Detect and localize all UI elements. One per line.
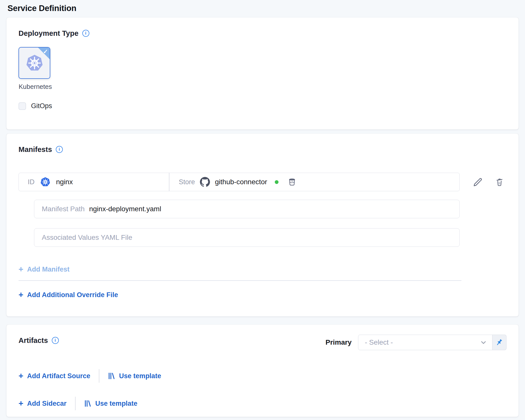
- delete-manifest-button[interactable]: [495, 177, 504, 187]
- pin-icon: [495, 338, 504, 347]
- add-override-file-button[interactable]: + Add Additional Override File: [19, 290, 118, 300]
- use-template-artifact-button[interactable]: Use template: [108, 371, 161, 381]
- divider: [99, 369, 99, 383]
- gitops-checkbox[interactable]: [19, 102, 26, 110]
- manifest-store-value: github-connector: [215, 178, 267, 186]
- primary-artifact-select[interactable]: - Select -: [358, 335, 492, 350]
- use-template-sidecar-button[interactable]: Use template: [84, 398, 137, 408]
- pencil-icon: [473, 177, 483, 187]
- add-artifact-source-label: Add Artifact Source: [27, 371, 90, 381]
- divider: [75, 397, 76, 410]
- manifest-store-label: Store: [179, 178, 195, 186]
- values-yaml-placeholder: Associated Values YAML File: [42, 234, 132, 242]
- manifest-path-field[interactable]: Manifest Path nginx-deployment.yaml: [34, 200, 460, 218]
- artifact-actions-row: + Add Artifact Source Use template: [19, 369, 506, 383]
- chevron-down-icon: [480, 339, 487, 346]
- page-title: Service Definition: [8, 3, 518, 14]
- add-override-file-label: Add Additional Override File: [27, 290, 118, 300]
- deployment-type-tile-kubernetes[interactable]: ✓: [19, 47, 50, 79]
- deployment-type-title: Deployment Type: [19, 29, 79, 38]
- primary-select-placeholder: - Select -: [365, 338, 393, 346]
- info-icon[interactable]: i: [52, 337, 59, 344]
- artifacts-title: Artifacts: [19, 336, 48, 345]
- github-icon: [200, 177, 210, 187]
- gitops-label: GitOps: [31, 102, 52, 110]
- divider: [19, 280, 461, 281]
- check-icon: ✓: [43, 48, 48, 55]
- manifest-id-label: ID: [28, 178, 35, 186]
- add-artifact-source-button[interactable]: + Add Artifact Source: [19, 371, 90, 381]
- tile-label-kubernetes: Kubernetes: [19, 83, 52, 91]
- plus-icon: +: [19, 291, 23, 299]
- use-template-sidecar-label: Use template: [95, 398, 137, 408]
- add-sidecar-label: Add Sidecar: [27, 398, 67, 408]
- add-manifest-button[interactable]: + Add Manifest: [19, 264, 70, 274]
- plus-icon: +: [19, 372, 23, 380]
- deployment-type-card: Deployment Type i ✓ Kubernetes GitOps: [7, 18, 518, 129]
- manifest-path-label: Manifest Path: [42, 205, 85, 213]
- info-icon[interactable]: i: [82, 30, 89, 37]
- manifests-card: Manifests i ID: [7, 134, 518, 316]
- sidecar-actions-row: + Add Sidecar Use template: [19, 397, 506, 410]
- template-library-icon: [108, 372, 115, 380]
- edit-manifest-button[interactable]: [473, 177, 483, 187]
- use-template-label: Use template: [119, 371, 161, 381]
- add-sidecar-button[interactable]: + Add Sidecar: [19, 398, 67, 408]
- code-glyph: </>: [290, 181, 294, 184]
- plus-icon: +: [19, 266, 23, 273]
- artifacts-card: Artifacts i Primary - Select -: [7, 325, 518, 417]
- manifest-row: ID nginx Store: [19, 173, 506, 191]
- kubernetes-icon: [26, 55, 43, 71]
- trash-icon: [495, 177, 504, 187]
- manifest-path-value: nginx-deployment.yaml: [89, 205, 161, 213]
- service-definition-page: Service Definition Deployment Type i ✓ K…: [0, 0, 525, 417]
- plus-icon: +: [19, 400, 23, 407]
- manifest-id-value: nginx: [56, 178, 73, 186]
- info-icon[interactable]: i: [56, 146, 63, 153]
- primary-artifact-label: Primary: [326, 338, 352, 346]
- template-library-icon: [84, 399, 92, 407]
- manifests-title: Manifests: [19, 145, 52, 154]
- values-yaml-field[interactable]: Associated Values YAML File: [34, 228, 460, 247]
- manifest-chip[interactable]: ID nginx Store: [19, 173, 460, 191]
- add-manifest-label: Add Manifest: [27, 264, 70, 274]
- connector-status-dot: [275, 180, 279, 184]
- pin-primary-button[interactable]: [492, 335, 506, 350]
- kubernetes-icon: [41, 177, 50, 187]
- repo-store-icon: </>: [288, 177, 297, 186]
